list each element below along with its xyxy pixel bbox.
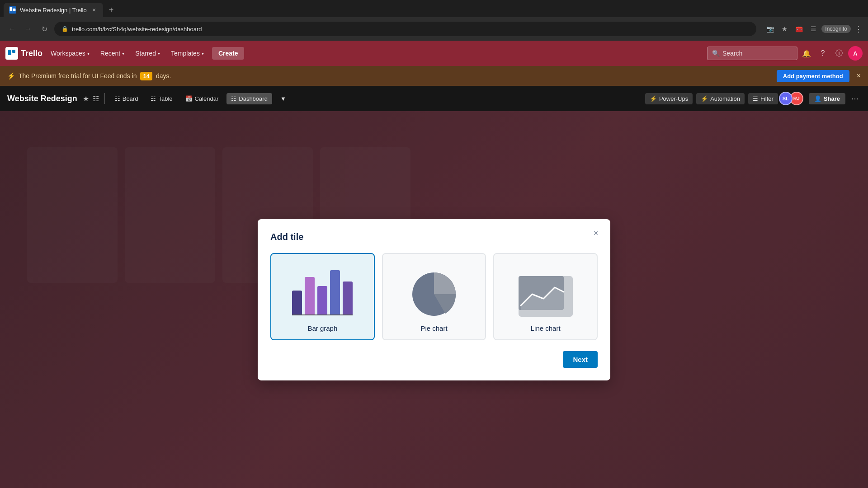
tab-favicon: [9, 6, 16, 14]
reload-button[interactable]: ↻: [38, 23, 51, 35]
trello-wordmark: Trello: [21, 49, 42, 58]
lock-icon: 🔒: [61, 26, 68, 32]
recent-chevron-icon: ▾: [122, 51, 124, 56]
toolbar-icons: 📷 ★ 🧰 ☰ Incognito ⋮: [764, 23, 863, 35]
member-avatar-1[interactable]: SL: [779, 92, 793, 105]
bar-2: [305, 277, 315, 315]
calendar-view-button[interactable]: 📅 Calendar: [181, 93, 223, 104]
tab-title: Website Redesign | Trello: [20, 7, 87, 14]
new-tab-button[interactable]: +: [105, 4, 118, 16]
templates-chevron-icon: ▾: [202, 51, 204, 56]
tab-close-button[interactable]: ×: [90, 6, 98, 14]
line-chart-label: Line chart: [531, 324, 561, 332]
forward-button[interactable]: →: [22, 23, 34, 35]
board-title: Website Redesign: [7, 94, 77, 103]
create-button[interactable]: Create: [212, 47, 245, 60]
add-payment-button[interactable]: Add payment method: [777, 70, 849, 82]
starred-nav-item[interactable]: Starred ▾: [131, 47, 165, 60]
calendar-icon: 📅: [185, 95, 193, 102]
board-star-button[interactable]: ★: [83, 94, 89, 103]
pie-chart-option[interactable]: Pie chart: [382, 253, 486, 340]
search-icon: 🔍: [712, 50, 720, 57]
camera-icon[interactable]: 📷: [764, 23, 776, 35]
bar-graph-option[interactable]: Bar graph: [270, 253, 375, 340]
svg-rect-0: [10, 7, 13, 11]
notifications-button[interactable]: 🔔: [799, 46, 814, 61]
automation-button[interactable]: ⚡ Automation: [696, 93, 745, 104]
more-views-button[interactable]: ▼: [276, 93, 291, 104]
dashboard-icon: ☷: [231, 95, 236, 102]
address-bar[interactable]: 🔒 trello.com/b/lzcfSh4q/website-redesign…: [54, 22, 756, 36]
board-workspace-icon[interactable]: ☷: [93, 94, 99, 103]
sidebar-icon[interactable]: ☰: [807, 23, 820, 35]
lightning-icon: ⚡: [7, 72, 15, 80]
line-chart-option[interactable]: Line chart: [493, 253, 598, 340]
trello-logo[interactable]: Trello: [5, 47, 42, 60]
power-ups-button[interactable]: ⚡ Power-Ups: [645, 93, 693, 104]
line-chart-illustration: [516, 274, 575, 319]
trial-banner: ⚡ The Premium free trial for UI Feed end…: [0, 66, 868, 86]
recent-nav-item[interactable]: Recent ▾: [96, 47, 129, 60]
board-more-button[interactable]: ⋯: [849, 92, 861, 105]
modal-close-button[interactable]: ×: [589, 226, 603, 241]
table-view-icon: ☷: [151, 95, 156, 102]
share-icon: 👤: [814, 95, 821, 102]
back-button[interactable]: ←: [5, 23, 18, 35]
user-avatar[interactable]: A: [848, 46, 863, 61]
pie-chart-label: Pie chart: [420, 324, 447, 332]
svg-rect-2: [8, 50, 11, 55]
modal-title: Add tile: [270, 232, 598, 242]
starred-chevron-icon: ▾: [158, 51, 160, 56]
trial-text-before: The Premium free trial for UI Feed ends …: [19, 72, 137, 80]
trello-logo-icon: [5, 47, 18, 60]
browser-menu-button[interactable]: ⋮: [854, 24, 863, 34]
browser-toolbar: ← → ↻ 🔒 trello.com/b/lzcfSh4q/website-re…: [0, 17, 868, 41]
chart-options: Bar graph: [270, 253, 598, 340]
bar-1: [292, 291, 302, 315]
board-content: Add tile ×: [0, 111, 868, 488]
separator: [104, 93, 105, 104]
bar-4: [330, 270, 340, 315]
templates-nav-item[interactable]: Templates ▾: [166, 47, 208, 60]
browser-chrome: Website Redesign | Trello × + ← → ↻ 🔒 tr…: [0, 0, 868, 41]
help-button[interactable]: ?: [816, 46, 830, 61]
trial-days-badge: 14: [140, 72, 152, 80]
incognito-badge[interactable]: Incognito: [821, 25, 851, 33]
next-button[interactable]: Next: [563, 351, 598, 368]
dashboard-view-button[interactable]: ☷ Dashboard: [226, 93, 272, 104]
bar-chart-illustration: [292, 265, 353, 319]
add-tile-modal: Add tile ×: [258, 219, 610, 380]
share-button[interactable]: 👤 Share: [809, 93, 845, 104]
pie-chart-visual: [398, 265, 470, 319]
filter-button[interactable]: ☰ Filter: [748, 93, 778, 104]
board-view-icon: ☷: [115, 95, 120, 102]
modal-overlay: Add tile ×: [0, 111, 868, 488]
svg-rect-3: [12, 50, 15, 53]
search-bar[interactable]: 🔍 Search: [707, 47, 797, 60]
board-view-button[interactable]: ☷ Board: [110, 93, 143, 104]
bar-3: [317, 286, 327, 315]
modal-footer: Next: [270, 351, 598, 368]
svg-rect-1: [13, 9, 16, 11]
pie-chart-illustration: [409, 269, 459, 319]
extensions-icon[interactable]: 🧰: [793, 23, 805, 35]
power-ups-icon: ⚡: [650, 95, 657, 102]
workspaces-nav-item[interactable]: Workspaces ▾: [46, 47, 94, 60]
table-view-button[interactable]: ☷ Table: [146, 93, 177, 104]
active-tab[interactable]: Website Redesign | Trello ×: [4, 3, 103, 17]
line-chart-visual: [509, 265, 582, 319]
bar-graph-visual: [286, 265, 359, 319]
trial-text-after: days.: [156, 72, 171, 80]
trial-close-button[interactable]: ×: [857, 72, 861, 80]
member-avatars: SL RJ: [782, 92, 803, 105]
filter-icon: ☰: [753, 95, 758, 102]
bar-5: [343, 282, 353, 315]
tab-bar: Website Redesign | Trello × +: [0, 0, 868, 17]
trello-app: Trello Workspaces ▾ Recent ▾ Starred ▾ T…: [0, 41, 868, 488]
info-button[interactable]: ⓘ: [832, 46, 846, 61]
url-text: trello.com/b/lzcfSh4q/website-redesign/d…: [72, 26, 202, 33]
star-bookmark-icon[interactable]: ★: [778, 23, 791, 35]
bar-graph-label: Bar graph: [307, 324, 337, 332]
trello-navbar: Trello Workspaces ▾ Recent ▾ Starred ▾ T…: [0, 41, 868, 66]
board-header: Website Redesign ★ ☷ ☷ Board ☷ Table 📅 C…: [0, 86, 868, 111]
